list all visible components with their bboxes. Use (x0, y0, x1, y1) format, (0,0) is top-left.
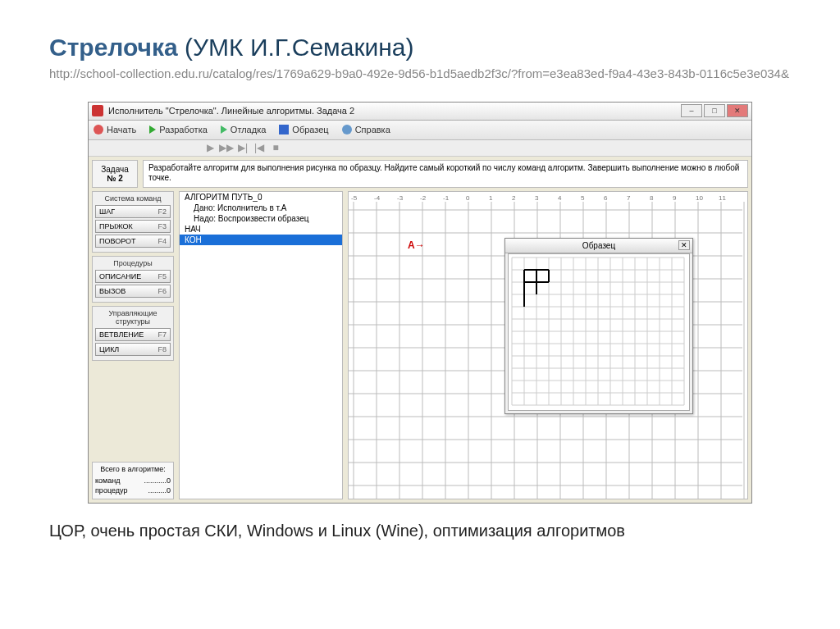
slide-title-main: Стрелочка (49, 34, 178, 61)
svg-text:-4: -4 (374, 194, 381, 202)
stop-button[interactable]: ■ (269, 141, 282, 154)
commands-panel: Система команд ШАГF2 ПРЫЖОКF3 ПОВОРОТF4 … (92, 191, 174, 499)
pointer-marker: A→ (408, 239, 425, 251)
window-titlebar: Исполнитель "Стрелочка". Линейные алгори… (89, 103, 751, 121)
maximize-button[interactable]: □ (704, 104, 725, 117)
svg-text:9: 9 (673, 194, 677, 202)
svg-text:3: 3 (535, 194, 539, 202)
code-line[interactable]: Дано: Исполнитель в т.А (180, 203, 342, 213)
slide-title: Стрелочка (УМК И.Г.Семакина) (49, 33, 791, 62)
menu-develop[interactable]: Разработка (149, 125, 208, 134)
svg-text:2: 2 (512, 194, 516, 202)
svg-text:8: 8 (650, 194, 654, 202)
app-icon (92, 105, 103, 116)
slide-title-rest: (УМК И.Г.Семакина) (178, 34, 414, 61)
svg-text:7: 7 (627, 194, 631, 202)
loop-button[interactable]: ЦИКЛF8 (95, 343, 171, 356)
develop-icon (149, 125, 156, 134)
step-forward-button[interactable]: ▶| (236, 141, 249, 154)
svg-text:-1: -1 (443, 194, 450, 202)
drawing-grid[interactable]: -5-4-3-2-101234567891011 A→ Образец ✕ (348, 191, 748, 499)
structures-group-title: Управляющие структуры (95, 309, 171, 326)
svg-text:0: 0 (466, 194, 470, 202)
minimize-button[interactable]: – (681, 104, 702, 117)
describe-button[interactable]: ОПИСАНИЕF5 (95, 270, 171, 283)
rewind-button[interactable]: |◀ (253, 141, 266, 154)
window-title: Исполнитель "Стрелочка". Линейные алгори… (108, 106, 354, 116)
menu-help[interactable]: Справка (342, 125, 390, 134)
menu-debug[interactable]: Отладка (221, 125, 266, 134)
code-line[interactable]: АЛГОРИТМ ПУТЬ_0 (180, 192, 342, 203)
sample-title: Образец ✕ (505, 239, 692, 253)
svg-text:-3: -3 (397, 194, 404, 202)
playback-toolbar: ▶ ▶▶ ▶| |◀ ■ (89, 140, 751, 157)
debug-icon (221, 125, 227, 134)
close-button[interactable]: ✕ (727, 104, 748, 117)
step-button[interactable]: ШАГF2 (95, 205, 171, 218)
svg-text:5: 5 (581, 194, 585, 202)
stats-panel: Всего в алгоритме: команд...........0 пр… (92, 462, 174, 499)
task-number-label: Задача № 2 (92, 160, 138, 188)
sample-close-button[interactable]: ✕ (678, 240, 690, 250)
svg-text:1: 1 (489, 194, 493, 202)
help-icon (342, 125, 352, 134)
fast-forward-button[interactable]: ▶▶ (220, 141, 233, 154)
svg-text:6: 6 (604, 194, 608, 202)
task-description: Разработайте алгоритм для выполнения рис… (143, 160, 748, 188)
menu-sample[interactable]: Образец (279, 125, 328, 134)
app-window: Исполнитель "Стрелочка". Линейные алгори… (88, 102, 752, 504)
commands-group-title: Система команд (95, 194, 171, 203)
svg-text:4: 4 (558, 194, 562, 202)
sample-icon (279, 125, 289, 134)
call-button[interactable]: ВЫЗОВF6 (95, 285, 171, 298)
code-line[interactable]: КОН (180, 235, 342, 245)
procedures-group-title: Процедуры (95, 259, 171, 267)
branch-button[interactable]: ВЕТВЛЕНИЕF7 (95, 328, 171, 341)
slide-footer: ЦОР, очень простая СКИ, Windows и Linux … (49, 522, 791, 540)
menu-start[interactable]: Начать (94, 125, 136, 134)
svg-text:10: 10 (696, 194, 703, 202)
code-line[interactable]: Надо: Воспроизвести образец (180, 213, 342, 224)
sample-window[interactable]: Образец ✕ (504, 238, 693, 414)
svg-text:11: 11 (719, 194, 726, 202)
svg-text:-5: -5 (351, 194, 358, 202)
slide-url: http://school-collection.edu.ru/catalog/… (49, 66, 791, 82)
svg-text:-2: -2 (420, 194, 427, 202)
play-button[interactable]: ▶ (203, 141, 217, 154)
turn-button[interactable]: ПОВОРОТF4 (95, 235, 171, 248)
jump-button[interactable]: ПРЫЖОКF3 (95, 220, 171, 233)
code-line[interactable]: НАЧ (180, 224, 342, 235)
code-editor[interactable]: АЛГОРИТМ ПУТЬ_0 Дано: Исполнитель в т.А … (179, 191, 343, 499)
start-icon (94, 125, 103, 134)
menubar: Начать Разработка Отладка Образец Справк… (89, 121, 751, 140)
